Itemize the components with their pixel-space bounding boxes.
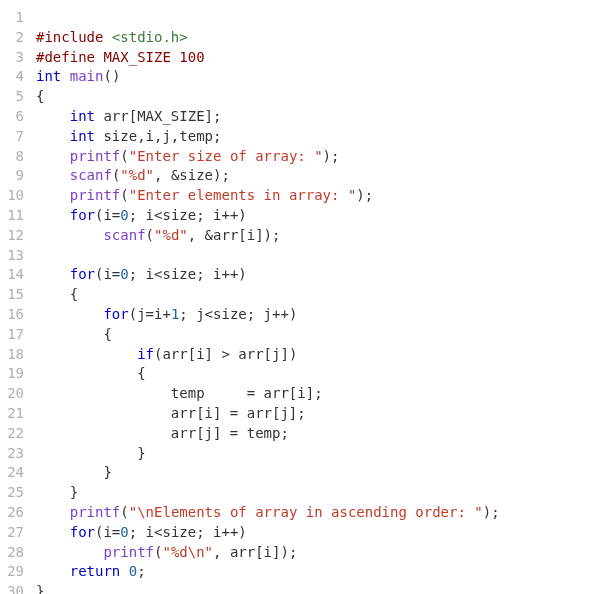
token-keyword: return [70,563,121,579]
token-string: "Enter elements in array: " [129,187,357,203]
token-keyword: for [103,306,128,322]
line-number: 26 [0,503,24,523]
line-number: 5 [0,87,24,107]
line-number: 23 [0,444,24,464]
token-type: int [70,128,95,144]
line-number: 25 [0,483,24,503]
token-plain [36,108,70,124]
code-line: int size,i,j,temp; [36,127,610,147]
token-plain: } [36,464,112,480]
code-line-content: scanf("%d", &size); [36,166,230,186]
code-line: scanf("%d", &arr[i]); [36,226,610,246]
code-line-content: for(j=i+1; j<size; j++) [36,305,297,325]
code-line [36,246,610,266]
code-line: for(i=0; i<size; i++) [36,206,610,226]
code-line: int main() [36,67,610,87]
line-number: 18 [0,345,24,365]
line-number: 11 [0,206,24,226]
token-string: "\nElements of array in ascending order:… [129,504,483,520]
code-content-area: #include <stdio.h>#define MAX_SIZE 100in… [36,8,610,594]
code-line-content: printf("%d\n", arr[i]); [36,543,297,563]
token-plain: { [36,326,112,342]
token-keyword: if [137,346,154,362]
token-plain: arr[i] = arr[j]; [36,405,306,421]
code-line-content: } [36,483,78,503]
line-number: 16 [0,305,24,325]
token-plain: (i= [95,524,120,540]
code-line: for(i=0; i<size; i++) [36,265,610,285]
token-plain [36,128,70,144]
code-line-content: return 0; [36,562,146,582]
code-line-content: int size,i,j,temp; [36,127,221,147]
line-number: 9 [0,166,24,186]
code-line-content: { [36,325,112,345]
code-line-content: temp = arr[i]; [36,384,323,404]
token-plain: ); [483,504,500,520]
line-number: 3 [0,48,24,68]
token-plain: ( [120,187,128,203]
line-number: 15 [0,285,24,305]
token-plain [36,544,103,560]
code-line-content: } [36,444,146,464]
token-plain [36,524,70,540]
code-line-content: { [36,87,44,107]
code-line: if(arr[i] > arr[j]) [36,345,610,365]
token-include: <stdio.h> [112,29,188,45]
code-line: } [36,582,610,594]
token-keyword: for [70,266,95,282]
code-line-content: for(i=0; i<size; i++) [36,523,247,543]
token-plain: ; i<size; i++) [129,266,247,282]
token-plain [36,504,70,520]
token-keyword: for [70,524,95,540]
code-line: { [36,364,610,384]
code-line-content: } [36,582,44,594]
token-plain: , &arr[i]); [188,227,281,243]
code-line [36,8,610,28]
code-line: for(i=0; i<size; i++) [36,523,610,543]
code-line-content: { [36,285,78,305]
token-plain: (j=i+ [129,306,171,322]
token-plain [61,68,69,84]
code-line-content: for(i=0; i<size; i++) [36,206,247,226]
line-number-gutter: 1234567891011121314151617181920212223242… [0,8,36,594]
line-number: 27 [0,523,24,543]
line-number: 30 [0,582,24,594]
code-line: printf("%d\n", arr[i]); [36,543,610,563]
token-string: "%d\n" [162,544,213,560]
token-plain [36,148,70,164]
code-line-content: } [36,463,112,483]
token-string: "Enter size of array: " [129,148,323,164]
token-plain: { [36,88,44,104]
line-number: 14 [0,265,24,285]
token-preproc: #define MAX_SIZE 100 [36,49,205,65]
token-plain: { [36,365,146,381]
line-number: 28 [0,543,24,563]
code-line: #define MAX_SIZE 100 [36,48,610,68]
line-number: 12 [0,226,24,246]
token-plain [36,227,103,243]
token-plain [120,563,128,579]
token-func: scanf [70,167,112,183]
token-plain: , &size); [154,167,230,183]
code-line: arr[i] = arr[j]; [36,404,610,424]
token-plain: } [36,484,78,500]
code-line-content: arr[j] = temp; [36,424,289,444]
code-line-content: int main() [36,67,120,87]
code-line-content: printf("Enter size of array: "); [36,147,339,167]
token-string: "%d" [154,227,188,243]
line-number: 24 [0,463,24,483]
token-plain: (arr[i] > arr[j]) [154,346,297,362]
code-line: int arr[MAX_SIZE]; [36,107,610,127]
code-line: { [36,285,610,305]
token-keyword: for [70,207,95,223]
code-line-content: int arr[MAX_SIZE]; [36,107,221,127]
token-func: printf [70,504,121,520]
line-number: 29 [0,562,24,582]
code-line: printf("\nElements of array in ascending… [36,503,610,523]
token-number: 0 [120,207,128,223]
token-type: int [70,108,95,124]
token-plain: arr[MAX_SIZE]; [95,108,221,124]
token-func: scanf [103,227,145,243]
token-plain: arr[j] = temp; [36,425,289,441]
code-line-content: arr[i] = arr[j]; [36,404,306,424]
